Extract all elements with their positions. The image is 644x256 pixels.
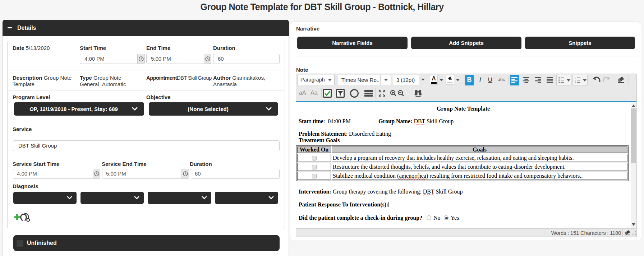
svg-text:3: 3 xyxy=(575,81,576,83)
